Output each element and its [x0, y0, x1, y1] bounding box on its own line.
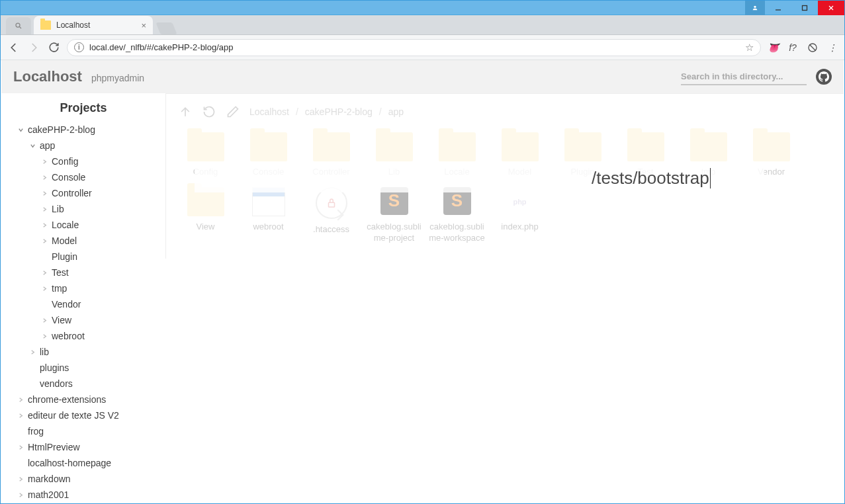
minimize-button[interactable] — [765, 1, 791, 15]
browser-toolbar: i ☆ 👅 f? ⋮ — [1, 35, 844, 60]
tree-item[interactable]: editeur de texte JS V2 — [1, 407, 165, 423]
directory-search-input[interactable] — [681, 69, 807, 85]
file-label: View — [197, 222, 215, 233]
tree-item[interactable]: tmp — [1, 280, 165, 296]
chevron-right-icon[interactable] — [40, 286, 49, 292]
file-item[interactable]: phpindex.php — [488, 185, 551, 251]
tree-item[interactable]: app — [1, 138, 165, 153]
extension-icon-2[interactable]: f? — [787, 42, 798, 53]
file-item[interactable]: View — [174, 185, 237, 251]
breadcrumb-item[interactable]: cakePHP-2-blog — [305, 106, 373, 117]
chevron-right-icon[interactable] — [40, 206, 49, 212]
search-tabs-button[interactable] — [6, 17, 31, 34]
tree-item[interactable]: Console — [1, 169, 165, 185]
breadcrumb-item[interactable]: Localhost — [249, 106, 289, 117]
chevron-right-icon[interactable] — [40, 333, 49, 339]
chevron-right-icon[interactable] — [40, 238, 49, 244]
chevron-right-icon[interactable] — [28, 349, 37, 355]
tree-item-label: Config — [52, 156, 78, 167]
edit-icon[interactable] — [226, 105, 240, 119]
tree-item[interactable]: Config — [1, 153, 165, 169]
chevron-right-icon[interactable] — [40, 270, 49, 276]
extension-icon-1[interactable]: 👅 — [768, 42, 778, 53]
tree-item-label: Lib — [52, 204, 64, 214]
chevron-right-icon[interactable] — [16, 492, 25, 498]
tree-item[interactable]: plugins — [1, 360, 165, 376]
chevron-right-icon[interactable] — [40, 175, 49, 181]
tree-item[interactable]: Model — [1, 233, 165, 249]
folder-icon — [753, 132, 790, 161]
file-item[interactable]: Scakeblog.sublime-workspace — [425, 185, 488, 251]
phpmyadmin-link[interactable]: phpmyadmin — [91, 73, 144, 83]
chevron-right-icon[interactable] — [16, 397, 25, 403]
tree-item[interactable]: lib — [1, 344, 165, 360]
tree-item[interactable]: markdown — [1, 471, 165, 487]
tree-item-label: tmp — [52, 283, 67, 294]
tree-item-label: Console — [52, 172, 85, 183]
chevron-right-icon[interactable] — [40, 222, 49, 228]
tree-item[interactable]: frog — [1, 423, 165, 439]
breadcrumb-item[interactable]: app — [388, 106, 404, 117]
tree-item[interactable]: Test — [1, 265, 165, 280]
tree-item-label: frog — [28, 426, 44, 437]
file-item[interactable]: .htaccess — [300, 185, 363, 251]
breadcrumb-separator: / — [379, 106, 382, 117]
svg-point-5 — [16, 23, 20, 27]
breadcrumb-separator: / — [296, 106, 298, 117]
url-input[interactable] — [89, 42, 740, 52]
app-title: Localhost — [13, 68, 82, 85]
tree-item[interactable]: View — [1, 312, 165, 328]
tree-item[interactable]: Locale — [1, 217, 165, 233]
file-item[interactable]: Scakeblog.sublime-project — [363, 185, 425, 251]
file-item[interactable]: webroot — [237, 185, 300, 251]
new-tab-button[interactable] — [156, 22, 177, 34]
up-icon[interactable] — [178, 105, 193, 119]
svg-line-6 — [20, 27, 22, 29]
quick-search-overlay[interactable]: /tests/bootstrap — [195, 163, 764, 192]
file-browser-panel: Localhost / cakePHP-2-blog / app ConfigC… — [165, 93, 844, 503]
address-bar[interactable]: i ☆ — [67, 39, 761, 56]
folder-icon — [627, 132, 664, 161]
chevron-right-icon[interactable] — [40, 190, 49, 196]
tree-item[interactable]: Vendor — [1, 296, 165, 312]
chevron-right-icon[interactable] — [16, 476, 25, 482]
tree-item[interactable]: Controller — [1, 185, 165, 201]
user-icon[interactable] — [745, 1, 765, 15]
tree-item[interactable]: webroot — [1, 328, 165, 344]
tree-item[interactable]: cakePHP-2-blog — [1, 122, 165, 138]
extension-icon-3[interactable] — [807, 42, 818, 53]
tab-title: Localhost — [56, 21, 90, 30]
tree-item[interactable]: math2001 — [1, 487, 165, 503]
close-tab-icon[interactable]: × — [141, 21, 146, 30]
reload-button[interactable] — [47, 41, 60, 54]
tree-item[interactable]: Lib — [1, 201, 165, 217]
tree-item-label: View — [52, 315, 71, 325]
forward-button[interactable] — [27, 41, 40, 54]
folder-icon — [313, 132, 350, 161]
folder-icon — [502, 132, 539, 161]
chevron-right-icon[interactable] — [40, 317, 49, 323]
file-label: cakeblog.sublime-project — [365, 222, 423, 244]
bookmark-star-icon[interactable]: ☆ — [745, 42, 754, 54]
chevron-right-icon[interactable] — [16, 413, 25, 419]
tree-item[interactable]: vendors — [1, 376, 165, 392]
back-button[interactable] — [7, 41, 21, 54]
tree-item[interactable]: localhost-homepage — [1, 455, 165, 471]
tree-item[interactable]: HtmlPreview — [1, 439, 165, 455]
chevron-down-icon[interactable] — [16, 127, 25, 133]
maximize-button[interactable] — [791, 1, 818, 15]
browser-tabstrip: Localhost × — [1, 15, 844, 35]
chevron-right-icon[interactable] — [40, 159, 49, 165]
refresh-icon[interactable] — [202, 105, 216, 119]
quick-search-text: /tests/bootstrap — [592, 168, 711, 189]
github-icon[interactable] — [816, 69, 832, 85]
chevron-down-icon[interactable] — [28, 143, 37, 149]
tree-item[interactable]: chrome-extensions — [1, 392, 165, 407]
site-info-icon[interactable]: i — [74, 42, 84, 52]
chevron-right-icon[interactable] — [16, 444, 25, 450]
browser-menu-icon[interactable]: ⋮ — [827, 42, 838, 53]
file-label: .htaccess — [313, 224, 349, 235]
tree-item[interactable]: Plugin — [1, 249, 165, 265]
close-button[interactable] — [818, 1, 844, 15]
browser-tab[interactable]: Localhost × — [34, 16, 153, 34]
